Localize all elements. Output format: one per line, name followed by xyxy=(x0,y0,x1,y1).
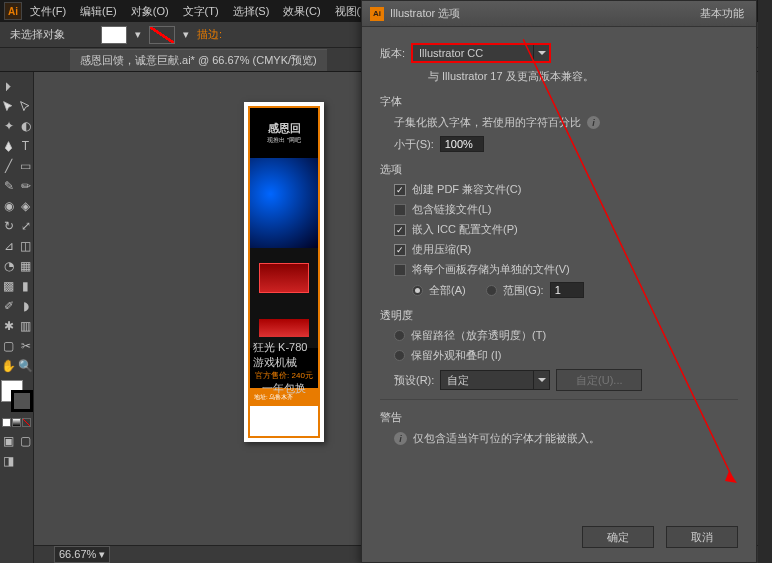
all-artboards-label: 全部(A) xyxy=(429,283,466,298)
svg-marker-1 xyxy=(725,471,737,483)
slice-tool[interactable]: ✂ xyxy=(17,336,34,356)
tab-toggle-icon[interactable]: ⏵ xyxy=(0,76,17,96)
stroke-label: 描边: xyxy=(197,27,222,42)
magic-wand-tool[interactable]: ✦ xyxy=(0,116,17,136)
cancel-button[interactable]: 取消 xyxy=(666,526,738,548)
zoom-tool[interactable]: 🔍 xyxy=(17,356,34,376)
dialog-icon: Ai xyxy=(370,7,384,21)
graph-tool[interactable]: ▥ xyxy=(17,316,34,336)
use-compression-label: 使用压缩(R) xyxy=(412,242,471,257)
menu-object[interactable]: 对象(O) xyxy=(125,2,175,21)
blend-tool[interactable]: ◗ xyxy=(17,296,34,316)
options-heading: 选项 xyxy=(380,162,738,177)
fill-swatch[interactable] xyxy=(101,26,127,44)
fonts-heading: 字体 xyxy=(380,94,738,109)
warning-text: 仅包含适当许可位的字体才能被嵌入。 xyxy=(413,431,600,446)
blob-brush-tool[interactable]: ◉ xyxy=(0,196,17,216)
lasso-tool[interactable]: ◐ xyxy=(17,116,34,136)
chevron-down-icon[interactable] xyxy=(533,45,549,61)
range-input: 1 xyxy=(550,282,584,298)
include-linked-label: 包含链接文件(L) xyxy=(412,202,491,217)
custom-preset-button: 自定(U)... xyxy=(556,369,642,391)
right-panel-strip[interactable] xyxy=(758,0,772,563)
app-logo: Ai xyxy=(4,2,22,20)
compatibility-text: 与 Illustrator 17 及更高版本兼容。 xyxy=(428,69,594,84)
preset-dropdown: 自定 xyxy=(440,370,550,390)
preserve-appearance-radio xyxy=(394,350,405,361)
document-tab[interactable]: 感恩回馈，诚意巨献.ai* @ 66.67% (CMYK/预览) xyxy=(70,49,327,71)
fill-dropdown-arrow[interactable]: ▾ xyxy=(135,28,141,41)
none-mode-swatch[interactable] xyxy=(22,418,31,427)
fonts-percent-input[interactable]: 100% xyxy=(440,136,484,152)
ok-button[interactable]: 确定 xyxy=(582,526,654,548)
hand-tool[interactable]: ✋ xyxy=(0,356,17,376)
direct-selection-tool[interactable] xyxy=(17,96,34,116)
free-transform-tool[interactable]: ◫ xyxy=(17,236,34,256)
range-artboards-radio xyxy=(486,285,497,296)
include-linked-checkbox xyxy=(394,204,406,216)
selection-status: 未选择对象 xyxy=(10,27,65,42)
warnings-heading: 警告 xyxy=(380,410,738,425)
menu-select[interactable]: 选择(S) xyxy=(227,2,276,21)
illustrator-options-dialog: Ai Illustrator 选项 版本: Illustrator CC 与 I… xyxy=(361,0,757,563)
info-icon: i xyxy=(394,432,407,445)
gradient-mode-swatch[interactable] xyxy=(12,418,21,427)
embed-icc-checkbox[interactable] xyxy=(394,224,406,236)
version-label: 版本: xyxy=(380,46,405,61)
info-icon[interactable]: i xyxy=(587,116,600,129)
artboard-tool[interactable]: ▢ xyxy=(0,336,17,356)
menu-type[interactable]: 文字(T) xyxy=(177,2,225,21)
zoom-level[interactable]: 66.67% ▾ xyxy=(54,546,110,563)
preserve-paths-label: 保留路径（放弃透明度）(T) xyxy=(411,328,546,343)
pdf-compatible-label: 创建 PDF 兼容文件(C) xyxy=(412,182,521,197)
stroke-color[interactable] xyxy=(11,390,33,412)
pencil-tool[interactable]: ✏ xyxy=(17,176,34,196)
scale-tool[interactable]: ⤢ xyxy=(17,216,34,236)
range-artboards-label: 范围(G): xyxy=(503,283,544,298)
eraser-tool[interactable]: ◈ xyxy=(17,196,34,216)
menu-effect[interactable]: 效果(C) xyxy=(277,2,326,21)
shape-builder-tool[interactable]: ◔ xyxy=(0,256,17,276)
dialog-titlebar[interactable]: Ai Illustrator 选项 xyxy=(362,1,756,27)
art-graphic xyxy=(250,158,318,248)
pdf-compatible-checkbox[interactable] xyxy=(394,184,406,196)
toolbox: ⏵ ✦ ◐ T ╱ ▭ ✎ ✏ ◉ ◈ ↻ ⤢ ⊿ xyxy=(0,72,34,563)
workspace-label[interactable]: 基本功能 xyxy=(700,6,744,21)
transparency-heading: 透明度 xyxy=(380,308,738,323)
dialog-title: Illustrator 选项 xyxy=(390,6,460,21)
gradient-tool[interactable]: ▮ xyxy=(17,276,34,296)
color-mode-swatch[interactable] xyxy=(2,418,11,427)
use-compression-checkbox[interactable] xyxy=(394,244,406,256)
embed-icc-label: 嵌入 ICC 配置文件(P) xyxy=(412,222,518,237)
pen-tool[interactable] xyxy=(0,136,17,156)
menu-edit[interactable]: 编辑(E) xyxy=(74,2,123,21)
chevron-down-icon xyxy=(533,371,549,389)
stroke-dropdown-arrow[interactable]: ▾ xyxy=(183,28,189,41)
art-keyboard1 xyxy=(250,248,318,308)
stroke-none-swatch[interactable] xyxy=(149,26,175,44)
preserve-appearance-label: 保留外观和叠印 (I) xyxy=(411,348,501,363)
eyedropper-tool[interactable]: ✐ xyxy=(0,296,17,316)
fonts-subset-text: 子集化嵌入字体，若使用的字符百分比 xyxy=(394,115,581,130)
fill-stroke-swatches[interactable] xyxy=(1,380,33,412)
paintbrush-tool[interactable]: ✎ xyxy=(0,176,17,196)
version-dropdown[interactable]: Illustrator CC xyxy=(411,43,551,63)
perspective-tool[interactable]: ▦ xyxy=(17,256,34,276)
art-title: 感恩回 xyxy=(268,121,301,136)
screen-mode-normal[interactable]: ▣ xyxy=(0,431,17,451)
symbol-sprayer-tool[interactable]: ✱ xyxy=(0,316,17,336)
mesh-tool[interactable]: ▩ xyxy=(0,276,17,296)
preset-label: 预设(R): xyxy=(394,373,434,388)
line-tool[interactable]: ╱ xyxy=(0,156,17,176)
rectangle-tool[interactable]: ▭ xyxy=(17,156,34,176)
menu-file[interactable]: 文件(F) xyxy=(24,2,72,21)
rotate-tool[interactable]: ↻ xyxy=(0,216,17,236)
preserve-paths-radio xyxy=(394,330,405,341)
draw-mode[interactable]: ◨ xyxy=(0,451,17,471)
save-artboards-label: 将每个画板存储为单独的文件(V) xyxy=(412,262,570,277)
screen-mode-full[interactable]: ▢ xyxy=(17,431,34,451)
fonts-less-than-label: 小于(S): xyxy=(394,137,434,152)
type-tool[interactable]: T xyxy=(17,136,34,156)
width-tool[interactable]: ⊿ xyxy=(0,236,17,256)
selection-tool[interactable] xyxy=(0,96,17,116)
